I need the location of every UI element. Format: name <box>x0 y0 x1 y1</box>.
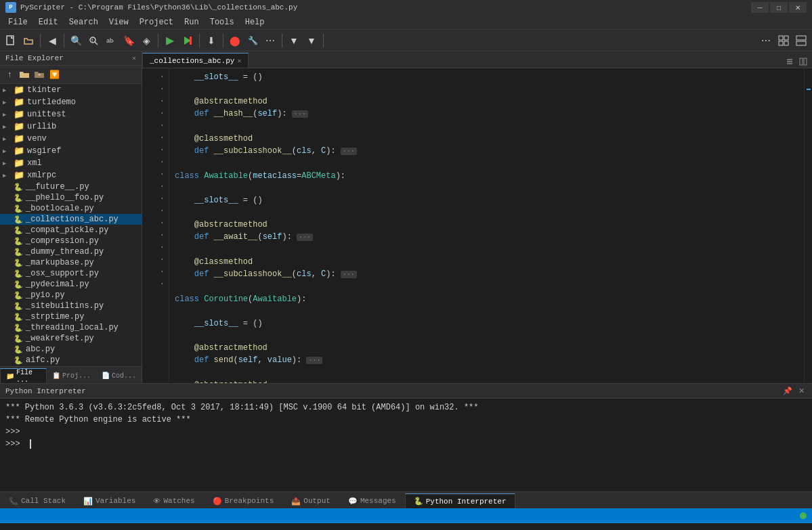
run-stop-button[interactable] <box>179 32 196 49</box>
breakpoint-button[interactable]: ⬤ <box>227 32 243 49</box>
tree-item-compat-pickle[interactable]: 🐍 _compat_pickle.py <box>0 225 142 236</box>
menu-tools[interactable]: Tools <box>205 15 240 29</box>
tree-item-urllib[interactable]: ▶ 📁 urllib <box>0 120 142 133</box>
dropdown-btn1[interactable]: ▼ <box>286 32 302 49</box>
bottom-tabs-bar: 📞 Call Stack 📊 Variables 👁 Watches 🔴 Bre… <box>0 491 812 508</box>
editor-area: _collections_abc.py ✕ · · · · · <box>142 51 812 383</box>
tree-item-abc[interactable]: 🐍 abc.py <box>0 344 142 355</box>
tree-item-pydecimal[interactable]: 🐍 _pydecimal.py <box>0 279 142 290</box>
menu-bar: File Edit Search View Project Run Tools … <box>0 15 812 30</box>
interpreter-close-btn[interactable]: ✕ <box>796 386 807 397</box>
tab-breakpoints[interactable]: 🔴 Breakpoints <box>204 493 283 508</box>
sidebar-folder-btn[interactable] <box>18 68 31 81</box>
tree-item-collections-abc[interactable]: 🐍 _collections_abc.py <box>0 214 142 225</box>
minimize-button[interactable]: ─ <box>751 2 769 13</box>
tree-item-xml[interactable]: ▶ 📁 xml <box>0 157 142 169</box>
tree-item-markupbase[interactable]: 🐍 _markupbase.py <box>0 257 142 268</box>
tree-item-compression[interactable]: 🐍 _compression.py <box>0 236 142 246</box>
new-button[interactable] <box>3 32 19 49</box>
right-scroll-indicator <box>804 68 812 383</box>
menu-file[interactable]: File <box>3 15 33 29</box>
sidebar-tab-project[interactable]: 📋 Proj... <box>47 368 96 383</box>
tree-item-aifc[interactable]: 🐍 aifc.py <box>0 355 142 366</box>
sidebar-close-icon[interactable]: ✕ <box>132 54 136 62</box>
sidebar-header: File Explorer ✕ <box>0 51 142 66</box>
toolbar-sep-6 <box>282 34 282 47</box>
tree-item-xmlrpc[interactable]: ▶ 📁 xmlrpc <box>0 169 142 181</box>
tree-item-wsgiref[interactable]: ▶ 📁 wsgiref <box>0 145 142 157</box>
tab-list-btn[interactable] <box>784 56 796 68</box>
sidebar-up-btn[interactable]: ↑ <box>3 68 16 81</box>
breakpoints-label: Breakpoints <box>225 497 274 505</box>
status-bar <box>0 508 812 523</box>
replace-button[interactable]: ab→ <box>103 32 119 49</box>
bookmark-button[interactable]: 🔖 <box>121 32 137 49</box>
interpreter-output[interactable]: *** Python 3.6.3 (v3.6.3:2c5fed8, Oct 3 … <box>0 399 812 491</box>
tab-watches[interactable]: 👁 Watches <box>144 493 203 508</box>
interpreter-pin-btn[interactable]: 📌 <box>782 386 793 397</box>
tab-output[interactable]: 📤 Output <box>282 493 339 508</box>
more-btn1[interactable]: ⋯ <box>262 32 278 49</box>
app-icon: P <box>5 2 16 13</box>
sidebar-folder2-btn[interactable]: + <box>33 68 46 81</box>
tree-item-threading-local[interactable]: 🐍 _threading_local.py <box>0 322 142 333</box>
sidebar-tab-code[interactable]: 📄 Cod... <box>96 368 142 383</box>
svg-rect-0 <box>7 36 14 45</box>
tab-messages[interactable]: 💬 Messages <box>339 493 405 508</box>
tab-python-interpreter[interactable]: 🐍 Python Interpreter <box>405 493 515 508</box>
file-explorer-sidebar: File Explorer ✕ ↑ + 🔽 ▶ 📁 tkinter ▶ 📁 <box>0 51 142 383</box>
more-btn2[interactable]: ⋯ <box>758 32 774 49</box>
tree-item-weakrefset[interactable]: 🐍 _weakrefset.py <box>0 333 142 344</box>
python-interpreter-icon: 🐍 <box>414 497 423 506</box>
close-button[interactable]: ✕ <box>789 2 807 13</box>
tree-item-unittest[interactable]: ▶ 📁 unittest <box>0 108 142 120</box>
back-button[interactable]: ◀ <box>44 32 60 49</box>
menu-project[interactable]: Project <box>134 15 179 29</box>
toolbar-sep-7 <box>323 34 324 47</box>
find-button[interactable]: f <box>85 32 102 49</box>
tree-item-turtledemo[interactable]: ▶ 📁 turtledemo <box>0 96 142 108</box>
svg-rect-7 <box>190 37 192 45</box>
tree-item-tkinter[interactable]: ▶ 📁 tkinter <box>0 84 142 96</box>
menu-help[interactable]: Help <box>240 15 270 29</box>
tree-item-phello[interactable]: 🐍 __phello__foo.py <box>0 192 142 203</box>
search-button[interactable]: 🔍 <box>68 32 84 49</box>
open-button[interactable] <box>20 32 37 49</box>
step-over[interactable]: ⬇ <box>203 32 219 49</box>
sidebar-title: File Explorer <box>5 54 64 62</box>
grid-view-btn[interactable] <box>775 32 792 49</box>
tab-variables[interactable]: 📊 Variables <box>74 493 144 508</box>
tree-item-sitebuiltins[interactable]: 🐍 _sitebuiltins.py <box>0 301 142 311</box>
menu-run[interactable]: Run <box>179 15 205 29</box>
svg-rect-8 <box>779 36 783 40</box>
interpreter-title: Python Interpreter <box>5 387 782 395</box>
tree-item-pyio[interactable]: 🐍 _pyio.py <box>0 290 142 301</box>
menu-edit[interactable]: Edit <box>33 15 64 29</box>
inspect-button[interactable]: 🔧 <box>244 32 261 49</box>
line-numbers: · · · · · · · · · · · · · <box>142 68 169 383</box>
run-button[interactable]: ▶ <box>162 32 178 49</box>
tab-close-icon[interactable]: ✕ <box>237 57 241 65</box>
tree-item-future[interactable]: 🐍 __future__.py <box>0 181 142 192</box>
maximize-button[interactable]: □ <box>770 2 788 13</box>
editor-tab-collections-abc[interactable]: _collections_abc.py ✕ <box>142 53 249 68</box>
interpreter-panel: Python Interpreter 📌 ✕ *** Python 3.6.3 … <box>0 383 812 491</box>
code-editor[interactable]: · · · · · · · · · · · · · <box>142 68 812 383</box>
menu-view[interactable]: View <box>104 15 134 29</box>
tree-item-bootlocale[interactable]: 🐍 _bootlocale.py <box>0 203 142 214</box>
code-content[interactable]: __slots__ = () @abstractmethod def __has… <box>169 68 804 383</box>
panel-btn[interactable] <box>793 32 809 49</box>
sidebar-tab-file[interactable]: 📁 File ... <box>0 368 47 383</box>
window-title: PyScripter - C:\Program Files\Python36\L… <box>20 3 751 12</box>
bookmark-toggle[interactable]: ◈ <box>138 32 154 49</box>
tree-item-venv[interactable]: ▶ 📁 venv <box>0 133 142 145</box>
dropdown-btn2[interactable]: ▼ <box>303 32 320 49</box>
tree-item-strptime[interactable]: 🐍 _strptime.py <box>0 311 142 322</box>
tab-call-stack[interactable]: 📞 Call Stack <box>0 493 74 508</box>
sidebar-filter-btn[interactable]: 🔽 <box>47 68 61 81</box>
tree-item-dummy-thread[interactable]: 🐍 _dummy_thread.py <box>0 246 142 257</box>
tab-layout-btn[interactable] <box>797 56 809 68</box>
tree-item-osx-support[interactable]: 🐍 _osx_support.py <box>0 268 142 279</box>
variables-label: Variables <box>95 497 135 505</box>
menu-search[interactable]: Search <box>64 15 104 29</box>
